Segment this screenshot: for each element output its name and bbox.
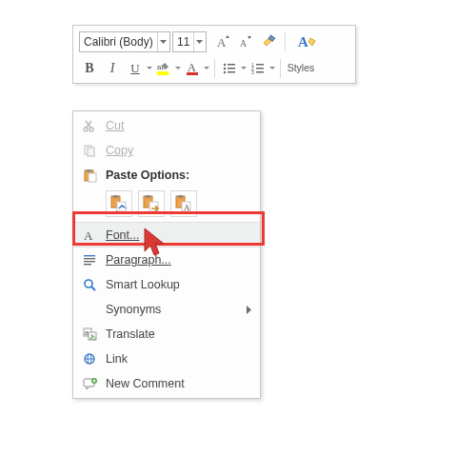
paste-keep-source-button[interactable]	[106, 190, 132, 217]
menu-item-label: Synonyms	[100, 303, 247, 316]
separator	[285, 32, 286, 51]
menu-item-label: Translate	[100, 327, 252, 341]
svg-point-8	[224, 64, 226, 66]
menu-item-translate[interactable]: aあ Translate	[73, 322, 260, 347]
underline-button[interactable]: U	[125, 58, 146, 79]
svg-text:あ: あ	[89, 333, 96, 341]
font-size-combo[interactable]: 11	[172, 31, 207, 52]
menu-item-label: Paragraph...	[100, 253, 252, 267]
separator	[214, 59, 215, 78]
bullets-button[interactable]	[219, 58, 240, 79]
svg-point-20	[84, 128, 88, 131]
svg-text:a: a	[85, 329, 89, 336]
translate-icon: aあ	[79, 327, 100, 341]
menu-item-synonyms[interactable]: Synonyms	[73, 297, 260, 322]
svg-rect-31	[146, 195, 150, 198]
svg-rect-41	[84, 264, 91, 265]
svg-rect-11	[228, 68, 235, 69]
separator	[280, 59, 281, 78]
svg-rect-5	[157, 71, 169, 75]
shrink-font-button[interactable]: A	[235, 31, 256, 52]
styles-icon: A	[289, 32, 322, 51]
paste-icon	[79, 169, 100, 183]
chevron-down-icon[interactable]	[157, 32, 169, 51]
menu-item-font[interactable]: A Font...	[73, 222, 260, 248]
svg-text:A: A	[298, 34, 308, 50]
svg-rect-38	[84, 255, 95, 256]
svg-rect-17	[256, 68, 264, 69]
svg-text:A: A	[184, 203, 190, 212]
format-painter-button[interactable]	[258, 31, 279, 52]
submenu-arrow-icon	[247, 306, 252, 314]
chevron-down-icon[interactable]	[268, 67, 276, 70]
chevron-down-icon[interactable]	[203, 67, 210, 70]
font-name-value: Calibri (Body)	[80, 35, 157, 49]
menu-item-label: New Comment	[100, 377, 252, 390]
svg-rect-23	[88, 148, 94, 156]
svg-rect-28	[113, 195, 118, 198]
svg-rect-13	[228, 71, 235, 73]
svg-rect-39	[84, 258, 95, 259]
new-comment-icon	[79, 377, 100, 390]
svg-rect-26	[89, 173, 96, 182]
svg-text:A: A	[217, 35, 227, 50]
font-name-combo[interactable]: Calibri (Body)	[79, 31, 170, 52]
svg-text:A: A	[84, 228, 93, 242]
menu-item-label: Copy	[100, 144, 252, 157]
menu-item-label: Smart Lookup	[100, 278, 252, 291]
svg-rect-15	[256, 64, 264, 66]
menu-item-new-comment[interactable]: New Comment	[73, 371, 260, 396]
svg-rect-7	[187, 72, 198, 75]
svg-point-42	[85, 280, 92, 288]
chevron-down-icon[interactable]	[193, 32, 205, 51]
smart-lookup-icon	[79, 278, 100, 291]
styles-button[interactable]: A	[289, 32, 322, 51]
toolbar-row-1: Calibri (Body) 11 A A A	[79, 30, 349, 54]
font-size-value: 11	[173, 35, 193, 49]
link-icon	[79, 352, 100, 366]
svg-text:A: A	[240, 38, 248, 49]
paste-options-row: A	[73, 188, 260, 222]
italic-button[interactable]: I	[102, 58, 123, 79]
styles-label: Styles	[288, 62, 315, 73]
menu-item-label: Cut	[100, 119, 252, 132]
chevron-down-icon[interactable]	[146, 67, 153, 70]
numbering-button[interactable]: 1 2 3	[248, 58, 268, 79]
chevron-down-icon[interactable]	[174, 67, 182, 70]
svg-text:A: A	[188, 61, 196, 74]
paste-text-only-button[interactable]: A	[170, 190, 197, 217]
chevron-down-icon[interactable]	[240, 67, 248, 70]
svg-text:3: 3	[251, 69, 254, 75]
svg-point-21	[89, 128, 93, 131]
svg-point-12	[224, 71, 226, 73]
menu-item-cut[interactable]: Cut	[73, 113, 260, 138]
bold-button[interactable]: B	[79, 58, 100, 79]
svg-rect-40	[84, 261, 95, 262]
svg-rect-34	[178, 195, 183, 198]
menu-item-smart-lookup[interactable]: Smart Lookup	[73, 272, 260, 297]
copy-icon	[79, 144, 100, 157]
mini-toolbar: Calibri (Body) 11 A A A	[72, 25, 356, 84]
menu-item-link[interactable]: Link	[73, 347, 260, 371]
menu-item-label: Link	[100, 352, 252, 366]
styles-label-cell[interactable]: Styles	[285, 63, 317, 73]
menu-item-copy[interactable]: Copy	[73, 138, 260, 163]
font-color-button[interactable]: A	[182, 58, 203, 79]
svg-rect-19	[256, 71, 264, 73]
paste-merge-formatting-button[interactable]	[138, 190, 165, 217]
menu-item-paragraph[interactable]: Paragraph...	[73, 248, 260, 272]
text-highlight-button[interactable]: ab	[153, 58, 174, 79]
cut-icon	[79, 119, 100, 132]
paragraph-icon	[79, 253, 100, 267]
menu-item-label: Font...	[100, 228, 252, 242]
grow-font-button[interactable]: A	[212, 31, 233, 52]
menu-paste-options-header: Paste Options:	[73, 163, 260, 188]
svg-rect-25	[87, 169, 91, 172]
toolbar-row-2: B I U ab A 1 2 3 Styles	[79, 56, 349, 81]
svg-point-10	[224, 68, 226, 69]
menu-item-label: Paste Options:	[100, 169, 252, 182]
context-menu: Cut Copy Paste Options: A A Font...	[72, 110, 261, 399]
font-icon: A	[79, 228, 100, 242]
svg-rect-9	[228, 64, 235, 66]
